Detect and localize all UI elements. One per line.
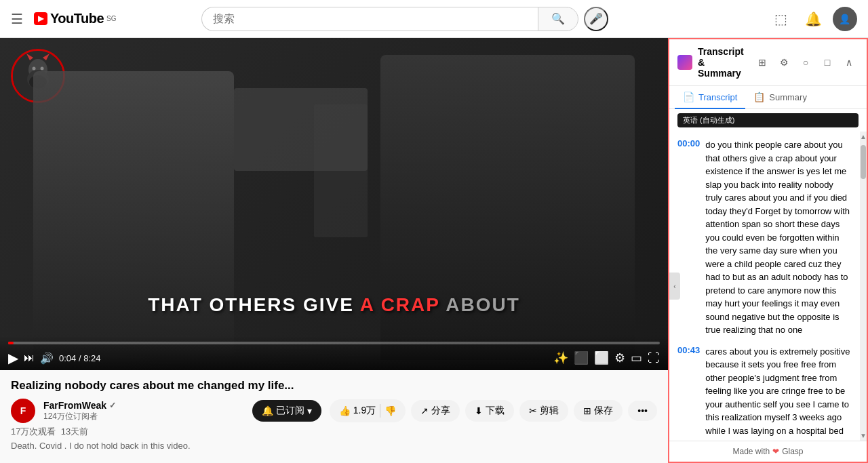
total-time: 8:24 xyxy=(83,353,100,363)
cast-icon: ⬚ xyxy=(774,11,787,27)
miniplayer-button[interactable]: ⬛ xyxy=(574,350,589,365)
panel-header: Transcript & Summary ⊞ ⚙ ○ □ ∧ xyxy=(669,39,867,86)
language-badge: 英语 (自动生成) xyxy=(677,113,859,127)
captions-button[interactable]: ⬜ xyxy=(594,350,609,365)
subscribe-button[interactable]: 🔔 已订阅 ▾ xyxy=(252,400,321,422)
more-button[interactable]: ••• xyxy=(628,401,657,421)
panel-tabs: 📄 Transcript 📋 Summary xyxy=(669,86,867,109)
panel-footer: Made with ❤ Glasp xyxy=(669,441,867,462)
copy-tool-button[interactable]: ⊞ xyxy=(753,53,772,72)
save-button[interactable]: ⊞ 保存 xyxy=(574,400,623,422)
theater-button[interactable]: ▭ xyxy=(631,350,642,365)
mic-button[interactable]: 🎤 xyxy=(584,7,608,31)
top-navigation: ☰ ▶ YouTubeSG 🔍 🎤 ⬚ 🔔 👤 xyxy=(0,0,868,38)
clip-icon: ✂ xyxy=(529,405,537,416)
subtitle-text-normal: THAT OTHERS GIVE xyxy=(148,294,354,315)
tab-transcript[interactable]: 📄 Transcript xyxy=(675,86,745,109)
subtitle-dim: ABOUT xyxy=(446,294,520,315)
download-button[interactable]: ⬇ 下载 xyxy=(465,400,514,422)
menu-icon[interactable]: ☰ xyxy=(11,11,23,27)
scroll-thumb xyxy=(861,145,866,179)
transcript-entry: 00:43 cares about you is extremely posit… xyxy=(669,341,860,441)
avatar-icon: 👤 xyxy=(839,14,850,24)
skip-button[interactable]: ⏭ xyxy=(24,352,35,364)
search-button[interactable]: 🔍 xyxy=(538,7,578,31)
controls-row: ▶ ⏭ 🔊 0:04 / 8:24 ✨ ⬛ ⬜ ⚙ ▭ ⛶ xyxy=(8,350,660,366)
sparkle-button[interactable]: ✨ xyxy=(553,350,568,365)
youtube-logo-text: YouTube xyxy=(50,11,104,26)
subtitle-highlight: A CRAP xyxy=(360,294,440,315)
timestamp-00-00[interactable]: 00:00 xyxy=(677,138,700,337)
channel-avatar-small[interactable]: F xyxy=(11,399,35,423)
subscribe-label: 已订阅 xyxy=(276,405,304,417)
timestamp-00-43[interactable]: 00:43 xyxy=(677,345,700,441)
settings-button[interactable]: ⚙ xyxy=(614,350,625,365)
tab-summary[interactable]: 📋 Summary xyxy=(745,86,815,109)
download-label: 下载 xyxy=(486,405,505,417)
time-display: 0:04 / 8:24 xyxy=(59,353,100,363)
collapse-button[interactable]: ∧ xyxy=(840,53,859,72)
current-time: 0:04 xyxy=(59,353,76,363)
mic-icon: 🎤 xyxy=(589,12,603,25)
dislike-icon: 👎 xyxy=(384,405,396,416)
like-icon: 👍 xyxy=(339,405,351,416)
video-stats: 17万次观看 13天前 xyxy=(11,426,657,438)
divider xyxy=(380,404,380,418)
video-info: Realizing nobody cares about me changed … xyxy=(0,370,668,456)
subscribers-count: 124万位订阅者 xyxy=(43,411,244,422)
save-icon: ⊞ xyxy=(583,405,591,416)
transcript-scroll-area[interactable]: ‹ 00:00 do you think people care about y… xyxy=(669,132,860,441)
search-icon: 🔍 xyxy=(551,12,565,25)
share-button[interactable]: ↗ 分享 xyxy=(411,400,460,422)
play-button[interactable]: ▶ xyxy=(8,350,18,366)
glasp-logo xyxy=(677,55,692,70)
summary-tab-label: Summary xyxy=(769,92,807,102)
share-label: 分享 xyxy=(431,405,450,417)
progress-fill xyxy=(8,342,14,344)
search-input[interactable] xyxy=(201,7,538,31)
save-tool-button[interactable]: □ xyxy=(818,53,837,72)
channel-info: FarFromWeak ✓ 124万位订阅者 xyxy=(43,400,244,422)
scroll-right-bar[interactable]: ▲ ▼ xyxy=(860,132,867,441)
summary-tab-icon: 📋 xyxy=(753,92,765,102)
video-subtitle: THAT OTHERS GIVE A CRAP ABOUT xyxy=(0,294,668,316)
volume-button[interactable]: 🔊 xyxy=(40,352,54,365)
view-count: 17万次观看 xyxy=(11,426,56,437)
video-description: Death. Covid . I do not hold back in thi… xyxy=(11,441,657,451)
video-section: THAT OTHERS GIVE A CRAP ABOUT ▶ ⏭ 🔊 0:04… xyxy=(0,38,668,463)
main-area: THAT OTHERS GIVE A CRAP ABOUT ▶ ⏭ 🔊 0:04… xyxy=(0,38,868,463)
video-title: Realizing nobody cares about me changed … xyxy=(11,378,657,393)
post-date: 13天前 xyxy=(61,426,88,437)
avatar[interactable]: 👤 xyxy=(833,7,857,31)
save-label: 保存 xyxy=(594,405,613,417)
like-button[interactable]: 👍 1.9万 👎 xyxy=(330,399,406,422)
video-scene: THAT OTHERS GIVE A CRAP ABOUT xyxy=(0,38,668,370)
action-buttons: 👍 1.9万 👎 ↗ 分享 ⬇ 下载 ✂ 剪辑 xyxy=(330,399,657,422)
bell-icon: 🔔 xyxy=(262,405,273,416)
video-player[interactable]: THAT OTHERS GIVE A CRAP ABOUT ▶ ⏭ 🔊 0:04… xyxy=(0,38,668,370)
footer-made-with: Made with xyxy=(732,447,770,456)
notification-icon: 🔔 xyxy=(805,11,822,27)
transcript-scroll-outer: ‹ 00:00 do you think people care about y… xyxy=(669,132,867,441)
youtube-logo[interactable]: ▶ YouTubeSG xyxy=(34,11,117,26)
transcript-tab-label: Transcript xyxy=(698,92,737,102)
footer-brand: Glasp xyxy=(782,447,803,456)
video-meta-row: F FarFromWeak ✓ 124万位订阅者 🔔 已订阅 ▾ 👍 xyxy=(11,399,657,423)
star-tool-button[interactable]: ○ xyxy=(796,53,815,72)
clip-button[interactable]: ✂ 剪辑 xyxy=(519,400,568,422)
panel-title: Transcript & Summary xyxy=(698,46,747,79)
settings-tool-button[interactable]: ⚙ xyxy=(774,53,793,72)
panel-toolbar: ⊞ ⚙ ○ □ ∧ xyxy=(753,53,859,72)
clip-label: 剪辑 xyxy=(540,405,559,417)
download-icon: ⬇ xyxy=(475,405,483,416)
fullscreen-button[interactable]: ⛶ xyxy=(648,351,660,365)
progress-bar[interactable] xyxy=(8,342,660,344)
youtube-logo-icon: ▶ xyxy=(34,12,47,25)
like-count: 1.9万 xyxy=(353,405,376,417)
nav-right-actions: ⬚ 🔔 👤 xyxy=(768,5,857,33)
cast-button[interactable]: ⬚ xyxy=(768,5,795,33)
scroll-left-indicator[interactable]: ‹ xyxy=(669,273,680,300)
more-label: ••• xyxy=(637,405,648,416)
transcript-panel: Transcript & Summary ⊞ ⚙ ○ □ ∧ 📄 Transcr… xyxy=(668,38,868,463)
notification-button[interactable]: 🔔 xyxy=(800,5,827,33)
